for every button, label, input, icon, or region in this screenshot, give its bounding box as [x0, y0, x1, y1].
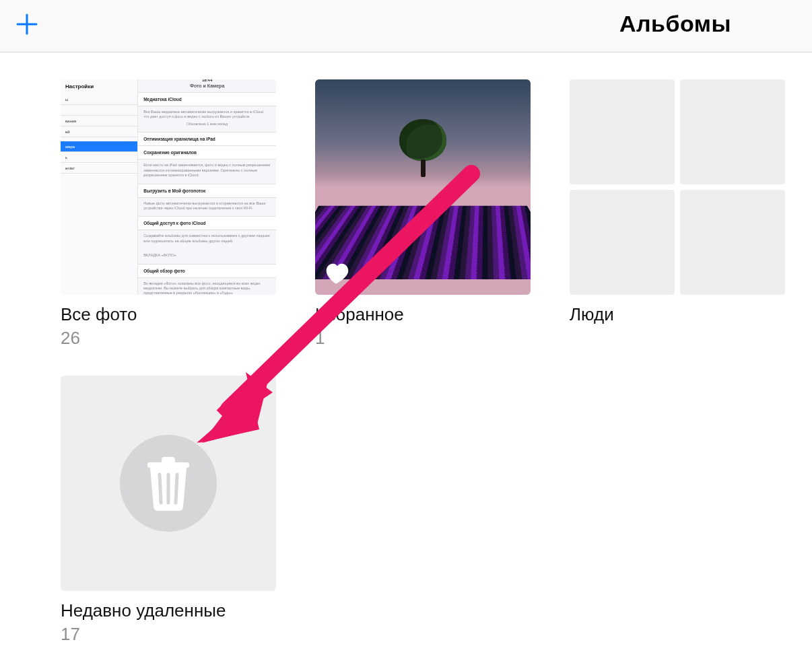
- trash-icon: [145, 456, 192, 511]
- add-button[interactable]: [12, 9, 42, 39]
- album-favorites-title: Избранное: [315, 304, 531, 325]
- albums-grid: Настройки ы вания ей мера ь enter 18:44Ф…: [61, 79, 751, 645]
- album-favorites-thumb: [315, 79, 531, 295]
- album-recently-deleted-title: Недавно удаленные: [61, 600, 276, 621]
- album-all-photos[interactable]: Настройки ы вания ей мера ь enter 18:44Ф…: [61, 79, 276, 349]
- album-people-title: Люди: [570, 304, 785, 325]
- album-recently-deleted-count: 17: [61, 624, 276, 645]
- page-title: Альбомы: [619, 11, 731, 37]
- svg-line-3: [176, 474, 177, 503]
- heart-icon: [325, 261, 350, 285]
- album-all-photos-title: Все фото: [61, 304, 276, 325]
- svg-rect-0: [147, 462, 189, 468]
- album-people-thumb: [570, 79, 785, 295]
- album-people[interactable]: Люди: [570, 79, 785, 349]
- plus-icon: [15, 13, 38, 36]
- album-all-photos-thumb: Настройки ы вания ей мера ь enter 18:44Ф…: [61, 79, 276, 295]
- album-recently-deleted-thumb: [61, 376, 276, 591]
- album-all-photos-count: 26: [61, 328, 276, 349]
- albums-content: Настройки ы вания ей мера ь enter 18:44Ф…: [0, 52, 812, 645]
- album-favorites-count: 1: [315, 328, 531, 349]
- album-recently-deleted[interactable]: Недавно удаленные 17: [61, 376, 276, 645]
- album-favorites[interactable]: Избранное 1: [315, 79, 531, 349]
- svg-line-1: [160, 474, 161, 503]
- navbar: Альбомы: [0, 0, 812, 52]
